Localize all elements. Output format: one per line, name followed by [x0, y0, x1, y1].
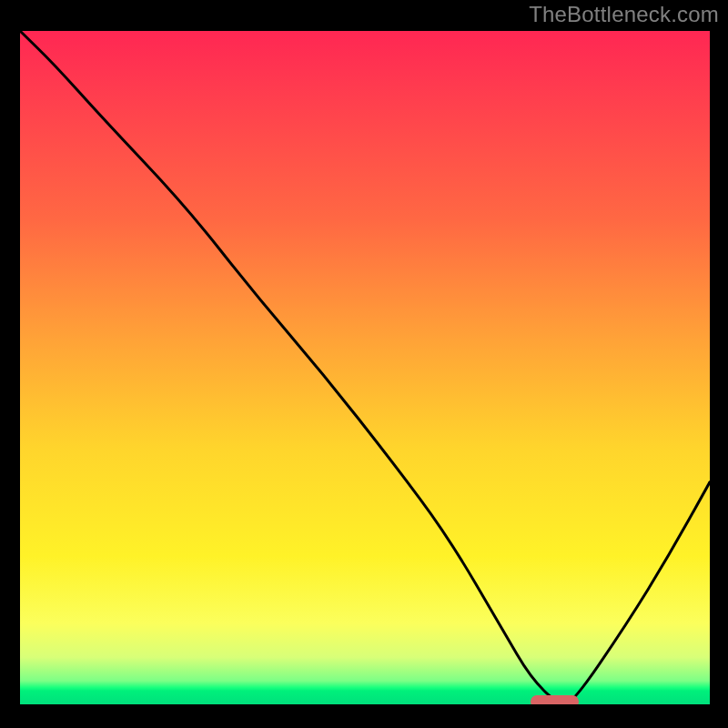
bottleneck-curve	[20, 31, 710, 704]
watermark-text: TheBottleneck.com	[529, 2, 719, 27]
chart-frame: TheBottleneck.com	[0, 0, 728, 728]
plot-area	[20, 31, 710, 704]
optimal-marker	[531, 695, 579, 704]
